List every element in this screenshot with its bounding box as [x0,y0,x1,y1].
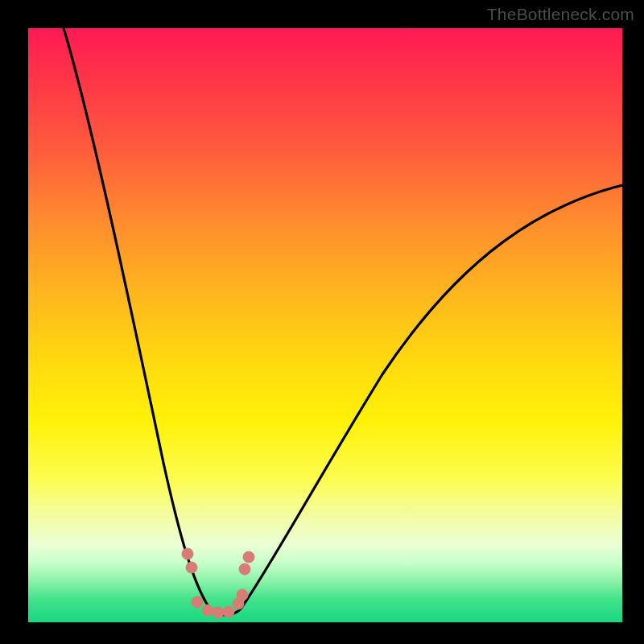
svg-point-4 [213,607,224,618]
svg-point-0 [182,548,193,559]
svg-point-3 [202,605,213,616]
svg-point-1 [186,562,197,573]
svg-point-2 [192,597,203,608]
valley-markers [182,548,254,618]
svg-point-7 [237,589,248,601]
watermark-text: TheBottleneck.com [487,5,634,24]
svg-point-5 [223,606,234,617]
plot-area [28,28,622,622]
svg-point-8 [239,564,250,575]
curve-left-arm [64,28,209,608]
bottleneck-curve [28,28,622,622]
svg-point-9 [243,551,254,563]
outer-frame: TheBottleneck.com [0,0,644,644]
curve-right-arm [242,185,622,608]
